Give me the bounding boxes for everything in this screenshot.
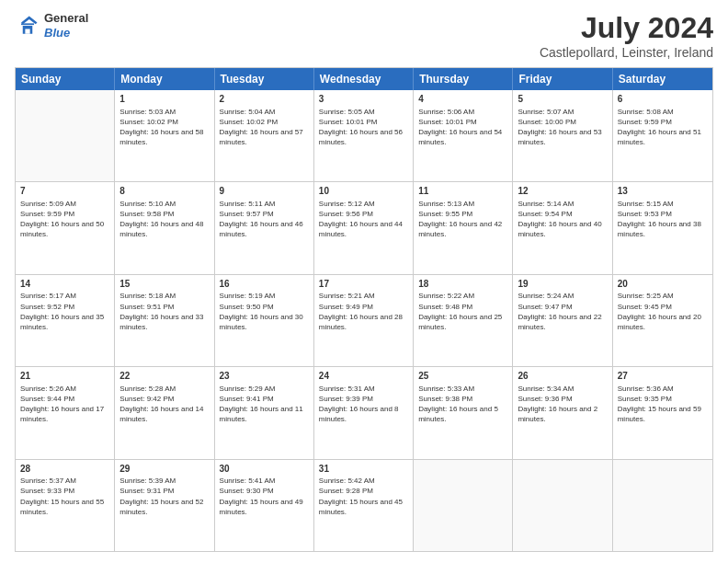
cell-info: Sunrise: 5:22 AM Sunset: 9:48 PM Dayligh…: [418, 291, 507, 332]
header: General Blue July 2024 Castlepollard, Le…: [15, 11, 713, 60]
calendar-row-1: 7Sunrise: 5:09 AM Sunset: 9:59 PM Daylig…: [16, 182, 712, 274]
calendar-cell: 3Sunrise: 5:05 AM Sunset: 10:01 PM Dayli…: [314, 90, 414, 181]
day-number: 16: [220, 278, 309, 291]
calendar-cell: 24Sunrise: 5:31 AM Sunset: 9:39 PM Dayli…: [314, 367, 414, 458]
day-number: 9: [220, 185, 309, 198]
cell-info: Sunrise: 5:33 AM Sunset: 9:38 PM Dayligh…: [418, 384, 507, 425]
cell-info: Sunrise: 5:28 AM Sunset: 9:42 PM Dayligh…: [119, 384, 209, 425]
cell-info: Sunrise: 5:24 AM Sunset: 9:47 PM Dayligh…: [518, 291, 607, 332]
calendar-cell: [16, 90, 115, 181]
calendar-cell: 28Sunrise: 5:37 AM Sunset: 9:33 PM Dayli…: [16, 460, 115, 551]
calendar-cell: 26Sunrise: 5:34 AM Sunset: 9:36 PM Dayli…: [513, 367, 612, 458]
calendar-cell: 18Sunrise: 5:22 AM Sunset: 9:48 PM Dayli…: [414, 275, 513, 366]
cell-info: Sunrise: 5:11 AM Sunset: 9:57 PM Dayligh…: [220, 199, 309, 240]
day-number: 8: [119, 185, 209, 198]
logo-icon: [15, 13, 40, 39]
cell-info: Sunrise: 5:29 AM Sunset: 9:41 PM Dayligh…: [220, 384, 309, 425]
cell-info: Sunrise: 5:09 AM Sunset: 9:59 PM Dayligh…: [20, 199, 109, 240]
calendar-cell: 27Sunrise: 5:36 AM Sunset: 9:35 PM Dayli…: [613, 367, 712, 458]
day-number: 12: [518, 185, 607, 198]
cell-info: Sunrise: 5:34 AM Sunset: 9:36 PM Dayligh…: [518, 384, 607, 425]
cell-info: Sunrise: 5:17 AM Sunset: 9:52 PM Dayligh…: [20, 291, 109, 332]
cell-info: Sunrise: 5:21 AM Sunset: 9:49 PM Dayligh…: [319, 291, 408, 332]
calendar-cell: 10Sunrise: 5:12 AM Sunset: 9:56 PM Dayli…: [314, 182, 414, 273]
day-number: 22: [119, 370, 209, 383]
calendar-cell: [513, 460, 612, 551]
calendar-cell: 4Sunrise: 5:06 AM Sunset: 10:01 PM Dayli…: [414, 90, 513, 181]
calendar-cell: 22Sunrise: 5:28 AM Sunset: 9:42 PM Dayli…: [115, 367, 214, 458]
cell-info: Sunrise: 5:05 AM Sunset: 10:01 PM Daylig…: [319, 107, 408, 148]
calendar-header: SundayMondayTuesdayWednesdayThursdayFrid…: [16, 68, 712, 90]
day-number: 4: [418, 93, 507, 106]
cell-info: Sunrise: 5:31 AM Sunset: 9:39 PM Dayligh…: [319, 384, 408, 425]
cell-info: Sunrise: 5:39 AM Sunset: 9:31 PM Dayligh…: [119, 476, 209, 517]
calendar-cell: 14Sunrise: 5:17 AM Sunset: 9:52 PM Dayli…: [16, 275, 115, 366]
logo-line2: Blue: [44, 26, 88, 40]
cell-info: Sunrise: 5:06 AM Sunset: 10:01 PM Daylig…: [418, 107, 507, 148]
svg-rect-2: [21, 23, 34, 25]
day-number: 5: [518, 93, 607, 106]
day-number: 24: [319, 370, 408, 383]
cell-info: Sunrise: 5:07 AM Sunset: 10:00 PM Daylig…: [518, 107, 607, 148]
logo: General Blue: [15, 11, 88, 40]
header-cell-tuesday: Tuesday: [215, 68, 314, 90]
calendar-row-0: 1Sunrise: 5:03 AM Sunset: 10:02 PM Dayli…: [16, 90, 712, 182]
cell-info: Sunrise: 5:19 AM Sunset: 9:50 PM Dayligh…: [220, 291, 309, 332]
day-number: 28: [20, 463, 109, 476]
day-number: 25: [418, 370, 507, 383]
cell-info: Sunrise: 5:42 AM Sunset: 9:28 PM Dayligh…: [319, 476, 408, 517]
cell-info: Sunrise: 5:26 AM Sunset: 9:44 PM Dayligh…: [20, 384, 109, 425]
calendar-cell: 30Sunrise: 5:41 AM Sunset: 9:30 PM Dayli…: [215, 460, 314, 551]
calendar-cell: 31Sunrise: 5:42 AM Sunset: 9:28 PM Dayli…: [314, 460, 414, 551]
calendar-cell: 29Sunrise: 5:39 AM Sunset: 9:31 PM Dayli…: [115, 460, 214, 551]
logo-line1: General: [44, 11, 88, 26]
header-cell-friday: Friday: [513, 68, 612, 90]
day-number: 1: [119, 93, 209, 106]
header-cell-wednesday: Wednesday: [314, 68, 414, 90]
main-title: July 2024: [540, 11, 713, 45]
day-number: 21: [20, 370, 109, 383]
day-number: 14: [20, 278, 109, 291]
page: General Blue July 2024 Castlepollard, Le…: [0, 0, 728, 563]
day-number: 7: [20, 185, 109, 198]
day-number: 3: [319, 93, 408, 106]
calendar-cell: 2Sunrise: 5:04 AM Sunset: 10:02 PM Dayli…: [215, 90, 314, 181]
cell-info: Sunrise: 5:13 AM Sunset: 9:55 PM Dayligh…: [418, 199, 507, 240]
cell-info: Sunrise: 5:15 AM Sunset: 9:53 PM Dayligh…: [618, 199, 708, 240]
cell-info: Sunrise: 5:36 AM Sunset: 9:35 PM Dayligh…: [618, 384, 708, 425]
calendar-cell: [414, 460, 513, 551]
calendar-cell: 25Sunrise: 5:33 AM Sunset: 9:38 PM Dayli…: [414, 367, 513, 458]
day-number: 23: [220, 370, 309, 383]
cell-info: Sunrise: 5:18 AM Sunset: 9:51 PM Dayligh…: [119, 291, 209, 332]
header-cell-thursday: Thursday: [414, 68, 513, 90]
day-number: 29: [119, 463, 209, 476]
cell-info: Sunrise: 5:10 AM Sunset: 9:58 PM Dayligh…: [119, 199, 209, 240]
day-number: 17: [319, 278, 408, 291]
day-number: 20: [618, 278, 708, 291]
calendar-cell: 13Sunrise: 5:15 AM Sunset: 9:53 PM Dayli…: [613, 182, 712, 273]
day-number: 27: [618, 370, 708, 383]
calendar-body: 1Sunrise: 5:03 AM Sunset: 10:02 PM Dayli…: [16, 90, 712, 551]
calendar-row-3: 21Sunrise: 5:26 AM Sunset: 9:44 PM Dayli…: [16, 367, 712, 459]
day-number: 11: [418, 185, 507, 198]
header-cell-saturday: Saturday: [613, 68, 712, 90]
cell-info: Sunrise: 5:41 AM Sunset: 9:30 PM Dayligh…: [220, 476, 309, 517]
day-number: 26: [518, 370, 607, 383]
day-number: 15: [119, 278, 209, 291]
title-block: July 2024 Castlepollard, Leinster, Irela…: [540, 11, 713, 60]
calendar-cell: 17Sunrise: 5:21 AM Sunset: 9:49 PM Dayli…: [314, 275, 414, 366]
calendar-cell: 20Sunrise: 5:25 AM Sunset: 9:45 PM Dayli…: [613, 275, 712, 366]
day-number: 31: [319, 463, 408, 476]
calendar-cell: 16Sunrise: 5:19 AM Sunset: 9:50 PM Dayli…: [215, 275, 314, 366]
calendar-cell: [613, 460, 712, 551]
calendar-cell: 5Sunrise: 5:07 AM Sunset: 10:00 PM Dayli…: [513, 90, 612, 181]
day-number: 18: [418, 278, 507, 291]
logo-text: General Blue: [44, 11, 88, 40]
calendar-cell: 8Sunrise: 5:10 AM Sunset: 9:58 PM Daylig…: [115, 182, 214, 273]
calendar-cell: 7Sunrise: 5:09 AM Sunset: 9:59 PM Daylig…: [16, 182, 115, 273]
header-cell-monday: Monday: [115, 68, 214, 90]
calendar: SundayMondayTuesdayWednesdayThursdayFrid…: [15, 67, 713, 552]
calendar-cell: 12Sunrise: 5:14 AM Sunset: 9:54 PM Dayli…: [513, 182, 612, 273]
cell-info: Sunrise: 5:14 AM Sunset: 9:54 PM Dayligh…: [518, 199, 607, 240]
calendar-row-2: 14Sunrise: 5:17 AM Sunset: 9:52 PM Dayli…: [16, 275, 712, 367]
